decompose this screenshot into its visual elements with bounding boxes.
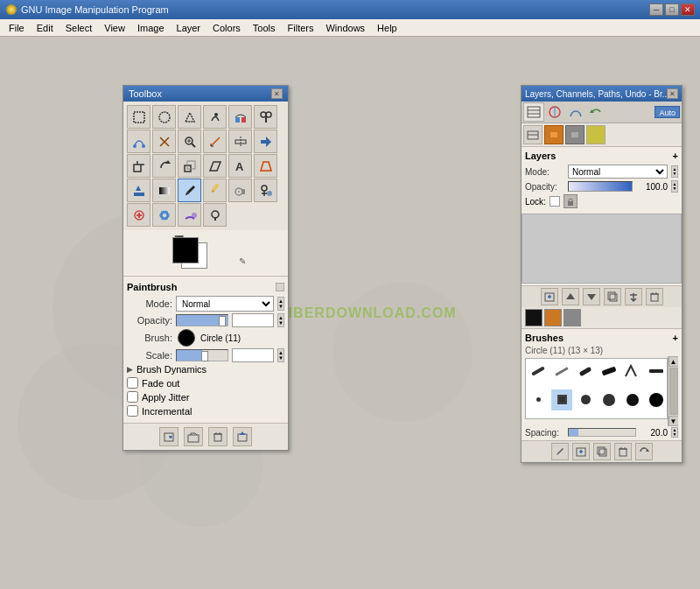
minimize-button[interactable]: ─ [649, 4, 663, 16]
toolbox-delete-button[interactable] [208, 427, 228, 446]
orange-swatch[interactable] [544, 309, 562, 326]
menu-image[interactable]: Image [132, 21, 170, 35]
tool-pencil[interactable] [203, 179, 227, 202]
tool-fuzzy-select[interactable] [203, 105, 227, 129]
layer-delete-button[interactable] [646, 288, 663, 305]
toolbox-close-button[interactable]: ✕ [271, 88, 283, 99]
tool-paths[interactable] [127, 130, 150, 153]
brush-item-1[interactable] [528, 361, 549, 382]
brush-preview[interactable] [178, 329, 195, 347]
scale-slider[interactable] [176, 349, 228, 361]
layers-expand-button[interactable]: + [673, 151, 678, 161]
tool-scale[interactable] [178, 154, 201, 178]
toolbox-new-button[interactable] [159, 427, 178, 446]
menu-help[interactable]: Help [372, 21, 402, 35]
brushes-scroll-up[interactable]: ▲ [668, 356, 679, 367]
tool-iscissors[interactable] [152, 130, 176, 153]
menu-filters[interactable]: Filters [283, 21, 319, 35]
tool-zoom[interactable] [178, 130, 201, 153]
brushes-new-button[interactable] [572, 443, 590, 460]
layer-anchor-button[interactable] [625, 288, 642, 305]
channels-tab[interactable] [544, 102, 565, 122]
layers-mode-select[interactable]: Normal [568, 165, 668, 179]
brushes-delete-button[interactable] [614, 443, 632, 460]
tool-heal[interactable] [127, 203, 150, 227]
toolbox-open-button[interactable] [184, 427, 203, 446]
brush-item-12[interactable] [646, 389, 667, 410]
menu-colors[interactable]: Colors [207, 21, 246, 35]
brushes-scroll-thumb[interactable] [669, 368, 678, 415]
layers-opacity-scroll[interactable]: ▲ ▼ [671, 180, 678, 193]
toolbox-export-button[interactable] [233, 427, 252, 446]
history-tab[interactable] [586, 102, 607, 122]
opacity-slider[interactable] [176, 314, 228, 326]
brushes-expand-button[interactable]: + [673, 333, 678, 343]
incremental-checkbox[interactable] [127, 405, 138, 417]
brush-item-4[interactable] [598, 361, 620, 382]
tool-smudge[interactable] [178, 203, 201, 227]
spacing-slider[interactable] [568, 428, 636, 437]
tool-blend[interactable] [152, 179, 176, 202]
tool-scissors[interactable] [254, 105, 277, 129]
brush-item-5[interactable] [622, 361, 643, 382]
layer-tab-icon-4[interactable] [586, 125, 606, 144]
brush-item-10[interactable] [598, 389, 620, 410]
opacity-scroll-buttons[interactable]: ▲ ▼ [277, 313, 284, 327]
brush-item-7[interactable] [528, 389, 549, 410]
tool-paintbrush[interactable] [178, 179, 201, 202]
layer-tab-icon-3[interactable] [565, 125, 584, 144]
brush-item-6[interactable] [646, 361, 667, 382]
tool-text[interactable]: A [228, 154, 252, 178]
layer-tab-icon-1[interactable] [523, 125, 542, 144]
spacing-scroll-buttons[interactable]: ▲ ▼ [671, 427, 678, 438]
menu-select[interactable]: Select [60, 21, 98, 35]
brush-item-3[interactable] [575, 361, 596, 382]
tool-airbrush[interactable] [228, 179, 252, 202]
layer-duplicate-button[interactable] [604, 288, 621, 305]
menu-tools[interactable]: Tools [248, 21, 281, 35]
close-button[interactable]: ✕ [681, 4, 695, 16]
tool-convolve[interactable] [152, 203, 176, 227]
mode-select[interactable]: Normal Dissolve Multiply [176, 296, 274, 312]
brushes-edit-button[interactable] [551, 443, 569, 460]
tool-ellipse-select[interactable] [152, 105, 176, 129]
layer-tab-icon-2[interactable] [544, 125, 564, 144]
maximize-button[interactable]: □ [665, 4, 679, 16]
gray-swatch[interactable] [564, 309, 581, 326]
tool-clone[interactable] [254, 179, 277, 202]
auto-button[interactable]: Auto [654, 106, 680, 118]
paths-tab[interactable] [565, 102, 586, 122]
tool-shear[interactable] [203, 154, 227, 178]
tool-perspective[interactable] [254, 154, 277, 178]
layer-new-button[interactable] [541, 288, 558, 305]
menu-view[interactable]: View [99, 21, 130, 35]
fade-checkbox[interactable] [127, 377, 138, 389]
menu-file[interactable]: File [4, 21, 30, 35]
tool-align[interactable] [228, 130, 252, 153]
fg-color-swatch[interactable] [172, 237, 199, 263]
tool-crop[interactable] [127, 154, 150, 178]
jitter-checkbox[interactable] [127, 391, 138, 403]
brush-item-11[interactable] [622, 389, 643, 410]
brush-item-9[interactable] [575, 389, 596, 410]
menu-edit[interactable]: Edit [32, 21, 59, 35]
brushes-refresh-button[interactable] [635, 443, 653, 460]
tool-bucket-fill[interactable] [127, 179, 150, 202]
opacity-input[interactable]: 100.0 [232, 313, 274, 327]
tool-dodge[interactable] [203, 203, 227, 227]
layers-tab[interactable] [523, 102, 544, 122]
layer-down-button[interactable] [583, 288, 600, 305]
scale-input[interactable]: 1.00 [232, 348, 274, 362]
brushes-scroll-down[interactable]: ▼ [668, 416, 679, 426]
tool-free-select[interactable] [178, 105, 201, 129]
right-panel-close[interactable]: ✕ [667, 88, 678, 99]
options-expand-button[interactable] [276, 283, 284, 291]
lock-checkbox[interactable] [550, 196, 560, 207]
layer-up-button[interactable] [562, 288, 579, 305]
lock-icon-button[interactable] [564, 194, 578, 208]
tool-measure[interactable] [203, 130, 227, 153]
mode-scroll-buttons[interactable]: ▲ ▼ [277, 297, 284, 311]
tool-move-right[interactable] [254, 130, 277, 153]
menu-windows[interactable]: Windows [320, 21, 370, 35]
brush-item-2[interactable] [551, 361, 572, 382]
